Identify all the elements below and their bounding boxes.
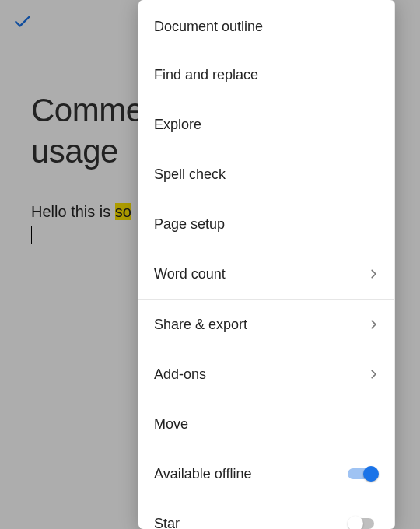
menu-item-add-ons[interactable]: Add-ons <box>138 349 394 399</box>
chevron-right-icon <box>368 369 379 380</box>
menu-item-spell-check[interactable]: Spell check <box>138 149 394 199</box>
menu-item-available-offline[interactable]: Available offline <box>138 449 394 499</box>
menu-item-share-export[interactable]: Share & export <box>138 300 394 349</box>
menu-item-find-replace[interactable]: Find and replace <box>138 50 394 100</box>
menu-label: Star <box>154 516 180 530</box>
chevron-right-icon <box>368 268 379 279</box>
toggle-available-offline[interactable] <box>348 465 379 482</box>
menu-item-star[interactable]: Star <box>138 499 394 529</box>
menu-item-move[interactable]: Move <box>138 399 394 449</box>
menu-item-document-outline[interactable]: Document outline <box>138 0 394 50</box>
menu-label: Word count <box>154 266 226 282</box>
overflow-menu: Document outline Find and replace Explor… <box>138 0 395 529</box>
toggle-star[interactable] <box>348 515 379 529</box>
menu-label: Page setup <box>154 216 225 233</box>
menu-label: Move <box>154 416 188 433</box>
menu-label: Share & export <box>154 317 247 333</box>
menu-label: Find and replace <box>154 67 258 83</box>
menu-item-page-setup[interactable]: Page setup <box>138 199 394 249</box>
menu-label: Explore <box>154 117 201 133</box>
menu-label: Add-ons <box>154 366 206 383</box>
menu-label: Document outline <box>154 19 263 35</box>
menu-label: Available offline <box>154 466 251 482</box>
chevron-right-icon <box>368 319 379 330</box>
menu-label: Spell check <box>154 166 226 183</box>
menu-item-explore[interactable]: Explore <box>138 100 394 149</box>
menu-item-word-count[interactable]: Word count <box>138 249 394 299</box>
